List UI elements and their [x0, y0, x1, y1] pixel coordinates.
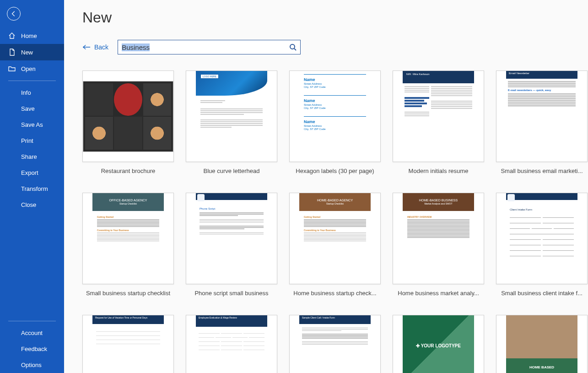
- template-search: [118, 40, 301, 54]
- template-label: Hexagon labels (30 per page): [296, 168, 374, 174]
- template-card[interactable]: Client Intake Form Small business clien: [496, 193, 588, 297]
- search-button[interactable]: [288, 42, 298, 52]
- template-thumb: OFFICE-BASED AGENCYStartup Checklist Get…: [82, 193, 174, 284]
- template-card[interactable]: Request for Use of Vacation Time or Pers…: [82, 315, 174, 373]
- backstage-sidebar: Home New Open Info Save Save As Print Sh…: [0, 0, 64, 373]
- template-thumb: Client Intake Form: [496, 193, 588, 284]
- template-label: Small business startup checklist: [86, 290, 170, 297]
- nav-feedback[interactable]: Feedback: [0, 341, 64, 357]
- template-card[interactable]: Phone Script Phone script small business: [186, 193, 277, 297]
- nav-save-as[interactable]: Save As: [0, 117, 64, 133]
- search-icon: [289, 43, 297, 51]
- nav-new[interactable]: New: [0, 44, 64, 60]
- template-card[interactable]: HOME-BASED BUSINESSMarket Analysis and S…: [393, 193, 484, 297]
- template-label: Restaurant brochure: [101, 168, 156, 174]
- template-thumb: HOME BASED: [496, 315, 588, 373]
- template-card[interactable]: NameStreet AddressCity, ST ZIP Code Name…: [289, 70, 381, 174]
- template-thumb: ✚ YOUR LOGOTYPE: [393, 315, 484, 373]
- template-thumb: Request for Use of Vacation Time or Pers…: [82, 315, 174, 373]
- template-card[interactable]: OFFICE-BASED AGENCYStartup Checklist Get…: [82, 193, 174, 297]
- template-card[interactable]: Restaurant brochure: [82, 70, 174, 174]
- template-card[interactable]: M/K Mira Karlsson: [393, 70, 484, 174]
- nav-print[interactable]: Print: [0, 133, 64, 149]
- divider: [8, 321, 56, 321]
- template-thumb: HOME-BASED AGENCYStartup Checklist Getti…: [289, 193, 381, 284]
- template-card[interactable]: Email Newsletter E-mail newsletters — qu…: [496, 70, 588, 174]
- nav-transform[interactable]: Transform: [0, 181, 64, 197]
- template-thumb: Employee Evaluation & Wage Review: [186, 315, 277, 373]
- template-label: Phone script small business: [194, 290, 268, 297]
- template-label: Small business client intake f...: [501, 290, 583, 297]
- back-link[interactable]: Back: [82, 43, 108, 51]
- nav-share[interactable]: Share: [0, 149, 64, 165]
- template-label: Blue curve letterhead: [204, 168, 260, 174]
- svg-point-0: [290, 44, 295, 49]
- template-label: Modern initials resume: [409, 168, 469, 174]
- nav-label: Open: [21, 65, 36, 72]
- search-toolbar: Back: [82, 40, 588, 54]
- template-card[interactable]: LOGO HERE Blue curve letterhead: [186, 70, 277, 174]
- divider: [8, 81, 56, 81]
- nav-export[interactable]: Export: [0, 165, 64, 181]
- back-button[interactable]: [7, 7, 21, 21]
- main-panel: New Back Re: [64, 0, 588, 373]
- folder-open-icon: [8, 65, 16, 72]
- page-title: New: [82, 9, 588, 26]
- back-link-label: Back: [94, 43, 108, 51]
- template-thumb: Phone Script: [186, 193, 277, 284]
- nav-close[interactable]: Close: [0, 197, 64, 213]
- template-thumb: M/K Mira Karlsson: [393, 70, 484, 162]
- template-thumb: Email Newsletter E-mail newsletters — qu…: [496, 70, 588, 162]
- arrow-left-icon: [82, 44, 91, 50]
- nav-account[interactable]: Account: [0, 325, 64, 341]
- template-card[interactable]: ✚ YOUR LOGOTYPE: [393, 315, 484, 373]
- nav-label: Home: [21, 32, 37, 39]
- home-icon: [8, 32, 16, 39]
- nav-options[interactable]: Options: [0, 357, 64, 373]
- template-label: Home business market analy...: [398, 290, 479, 297]
- template-label: Home business startup check...: [293, 290, 376, 297]
- template-grid: Restaurant brochure LOGO HERE: [82, 70, 588, 373]
- template-card[interactable]: Employee Evaluation & Wage Review: [186, 315, 277, 373]
- nav-save[interactable]: Save: [0, 101, 64, 117]
- nav-label: New: [21, 49, 33, 56]
- template-thumb: Sample Client Call / Intake Form: [289, 315, 381, 373]
- nav-home[interactable]: Home: [0, 27, 64, 44]
- template-card[interactable]: HOME BASED: [496, 315, 588, 373]
- search-input[interactable]: [118, 40, 301, 54]
- new-doc-icon: [8, 49, 16, 56]
- template-card[interactable]: HOME-BASED AGENCYStartup Checklist Getti…: [289, 193, 381, 297]
- template-card[interactable]: Sample Client Call / Intake Form: [289, 315, 381, 373]
- template-thumb: LOGO HERE: [186, 70, 277, 162]
- template-label: Small business email marketi...: [501, 168, 583, 174]
- nav-info[interactable]: Info: [0, 85, 64, 101]
- template-thumb: NameStreet AddressCity, ST ZIP Code Name…: [289, 70, 381, 162]
- arrow-left-icon: [11, 11, 17, 17]
- template-thumb: [82, 70, 174, 162]
- nav-open[interactable]: Open: [0, 60, 64, 77]
- template-thumb: HOME-BASED BUSINESSMarket Analysis and S…: [393, 193, 484, 284]
